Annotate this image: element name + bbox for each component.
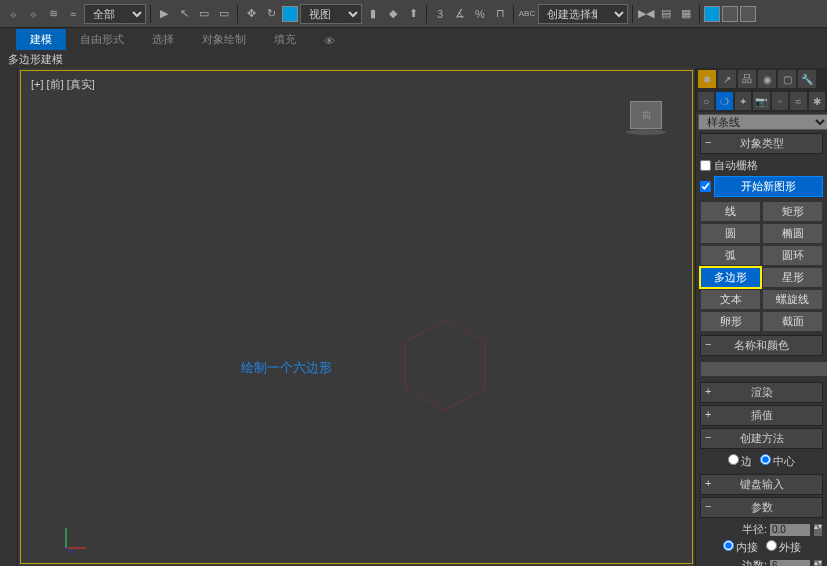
ribbon-tabs: 建模 自由形式 选择 对象绘制 填充 👁 [0,28,827,50]
panel-sub-tabs: ○ ❍ ✦ 📷 ▫ ≈ ✱ [696,90,827,112]
circumscribed-radio[interactable] [766,540,777,551]
btn-line[interactable]: 线 [700,201,761,222]
autogrid-label: 自动栅格 [714,158,758,173]
cameras-icon[interactable]: 📷 [753,92,769,110]
magnet-icon[interactable]: ⊓ [491,5,509,23]
center-radio[interactable] [760,454,771,465]
systems-icon[interactable]: ✱ [809,92,825,110]
main-toolbar: ⟐ ⟐ ≋ ≈ 全部 ▶ ↖ ▭ ▭ ✥ ↻ 视图 ▮ ◆ ⬆ 3 ∡ % ⊓ … [0,0,827,28]
filter-select[interactable]: 全部 [84,4,146,24]
radius-label: 半径: [742,522,767,537]
annotation-text: 绘制一个六边形 [241,359,332,377]
select-rect2-icon[interactable]: ▭ [215,5,233,23]
btn-arc[interactable]: 弧 [700,245,761,266]
viewport[interactable]: [+] [前] [真实] 前 绘制一个六边形 [20,70,693,564]
angle-icon[interactable]: ∡ [451,5,469,23]
shapes-icon[interactable]: ❍ [716,92,732,110]
radius-spinner[interactable] [769,523,811,537]
snap3-icon[interactable]: 3 [431,5,449,23]
spline-type-select[interactable]: 样条线 [698,114,827,130]
btn-star[interactable]: 星形 [762,267,823,288]
sides-spin-btns[interactable]: ▴▾ [813,559,823,567]
snap-icon[interactable]: ◆ [384,5,402,23]
btn-rect[interactable]: 矩形 [762,201,823,222]
startnew-check[interactable] [700,181,711,192]
geom-icon[interactable]: ○ [698,92,714,110]
startnew-button[interactable]: 开始新图形 [714,176,823,197]
named-set-select[interactable]: 创建选择集 [538,4,628,24]
render2-icon[interactable] [722,6,738,22]
render3-icon[interactable] [740,6,756,22]
rollout-obj-type[interactable]: −对象类型 [700,133,823,154]
utilities-tab-icon[interactable]: 🔧 [798,70,816,88]
btn-circle[interactable]: 圆 [700,223,761,244]
scale-icon[interactable] [282,6,298,22]
tab-fill[interactable]: 填充 [260,29,310,50]
sides-spinner[interactable] [769,559,811,567]
helpers-icon[interactable]: ▫ [772,92,788,110]
up-icon[interactable]: ⬆ [404,5,422,23]
align-icon[interactable]: ▤ [657,5,675,23]
arrow-icon[interactable]: ▶ [155,5,173,23]
select-rect-icon[interactable]: ▭ [195,5,213,23]
viewport-label: [+] [前] [真实] [31,77,95,92]
axis-gizmo [61,523,91,553]
warps-icon[interactable]: ≈ [790,92,806,110]
rollout-render[interactable]: +渲染 [700,382,823,403]
btn-helix[interactable]: 螺旋线 [762,289,823,310]
hexagon-shape [395,315,495,415]
display-tab-icon[interactable]: ▢ [778,70,796,88]
rollout-kb[interactable]: +键盘输入 [700,474,823,495]
inscribed-radio[interactable] [723,540,734,551]
subtab-poly: 多边形建模 [0,50,827,68]
motion-tab-icon[interactable]: ◉ [758,70,776,88]
render1-icon[interactable] [704,6,720,22]
left-strip [0,68,18,566]
btn-polygon[interactable]: 多边形 [700,267,761,288]
create-tab-icon[interactable]: ✱ [698,70,716,88]
bind-icon[interactable]: ≋ [44,5,62,23]
layer-icon[interactable]: ▦ [677,5,695,23]
tab-eye-icon[interactable]: 👁 [310,32,349,50]
view-cube[interactable]: 前 [630,101,662,129]
tab-objpaint[interactable]: 对象绘制 [188,29,260,50]
mirror-icon[interactable]: ▶◀ [637,5,655,23]
edge-radio[interactable] [728,454,739,465]
cursor-icon[interactable]: ↖ [175,5,193,23]
abc-icon[interactable]: ABC [518,5,536,23]
tab-modeling[interactable]: 建模 [16,29,66,50]
rollout-name-color[interactable]: −名称和颜色 [700,335,823,356]
name-input[interactable] [700,361,827,377]
tab-freeform[interactable]: 自由形式 [66,29,138,50]
view-select[interactable]: 视图 [300,4,362,24]
flag-icon[interactable]: ▮ [364,5,382,23]
sides-label: 边数: [742,558,767,566]
svg-marker-0 [405,320,485,410]
move-icon[interactable]: ✥ [242,5,260,23]
rollout-params[interactable]: −参数 [700,497,823,518]
layers-icon[interactable]: ≈ [64,5,82,23]
btn-egg[interactable]: 卵形 [700,311,761,332]
hierarchy-tab-icon[interactable]: 品 [738,70,756,88]
radius-spin-btns[interactable]: ▴▾ [813,523,823,537]
btn-text[interactable]: 文本 [700,289,761,310]
btn-section[interactable]: 截面 [762,311,823,332]
lights-icon[interactable]: ✦ [735,92,751,110]
btn-donut[interactable]: 圆环 [762,245,823,266]
link-icon[interactable]: ⟐ [4,5,22,23]
rotate-icon[interactable]: ↻ [262,5,280,23]
view-cube-base [626,129,666,135]
percent-icon[interactable]: % [471,5,489,23]
rollout-create-method[interactable]: −创建方法 [700,428,823,449]
command-panel: ✱ ↗ 品 ◉ ▢ 🔧 ○ ❍ ✦ 📷 ▫ ≈ ✱ 样条线 −对象类型 自动栅格… [695,68,827,566]
unlink-icon[interactable]: ⟐ [24,5,42,23]
btn-ellipse[interactable]: 椭圆 [762,223,823,244]
autogrid-check[interactable] [700,160,711,171]
modify-tab-icon[interactable]: ↗ [718,70,736,88]
panel-main-tabs: ✱ ↗ 品 ◉ ▢ 🔧 [696,68,827,90]
tab-select[interactable]: 选择 [138,29,188,50]
rollout-interp[interactable]: +插值 [700,405,823,426]
